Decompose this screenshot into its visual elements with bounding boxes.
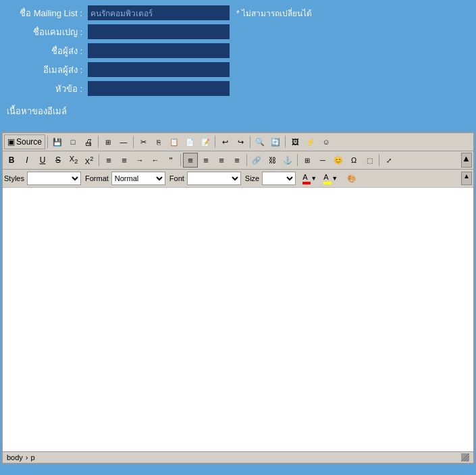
bold-button[interactable]: B <box>4 153 19 168</box>
underline-button[interactable]: U <box>35 153 50 168</box>
sender-label: ชื่อผู้ส่ง : <box>7 44 88 58</box>
source-label: Source <box>16 137 42 147</box>
styles-extra-button[interactable]: 🎨 <box>344 171 359 186</box>
mailing-list-row: ชื่อ Mailing List : * ไม่สามารถเปลี่ยนได… <box>7 5 469 20</box>
maximize-button[interactable]: ⤢ <box>381 153 396 168</box>
bg-color-button[interactable]: A ▼ <box>321 171 340 186</box>
align-center-button[interactable]: ≡ <box>199 153 213 168</box>
paste-text-button[interactable]: 📄 <box>182 134 197 149</box>
blockquote-icon: " <box>169 155 173 166</box>
font-color-button[interactable]: A ▼ <box>300 171 319 186</box>
font-select[interactable] <box>187 172 241 185</box>
sep-7 <box>99 154 99 166</box>
size-select[interactable] <box>262 172 296 185</box>
body-label-row: เนื้อหาของอีเมล์ <box>7 100 469 121</box>
sep-4 <box>215 136 215 148</box>
styles-select[interactable] <box>27 172 81 185</box>
replace-button[interactable]: 🔄 <box>268 134 283 149</box>
print-button[interactable]: 🖨 <box>81 134 96 149</box>
paste-word-button[interactable]: 📝 <box>198 134 213 149</box>
link-button[interactable]: 🔗 <box>249 153 264 168</box>
email-input[interactable] <box>88 62 230 77</box>
font-color-dropdown[interactable]: ▼ <box>311 175 317 182</box>
email-label: อีเมลผู้ส่ง : <box>7 63 88 77</box>
indent-icon: → <box>136 156 144 164</box>
sep-3 <box>133 136 134 148</box>
campaign-row: ชื่อแคมเปญ : <box>7 24 469 39</box>
strikethrough-button[interactable]: S <box>51 153 65 168</box>
redo-button[interactable]: ↪ <box>233 134 248 149</box>
smiley-icon: ☺ <box>322 138 329 146</box>
justify-button[interactable]: ≡ <box>230 153 244 168</box>
editor-container: ▣ Source 💾 □ 🖨 ⊞ — ✂ ⎘ <box>1 132 475 464</box>
redo-icon: ↪ <box>238 138 244 147</box>
unlink-button[interactable]: ⛓ <box>265 153 280 168</box>
hr-icon: — <box>120 138 128 146</box>
save-button[interactable]: 💾 <box>50 134 65 149</box>
paste-icon: 📋 <box>169 138 179 147</box>
subscript-button[interactable]: X2 <box>66 153 81 168</box>
unordered-list-button[interactable]: ≡ <box>117 153 132 168</box>
ul-icon: ≡ <box>122 155 127 166</box>
ordered-list-button[interactable]: ≡ <box>101 153 116 168</box>
undo-button[interactable]: ↩ <box>217 134 232 149</box>
unlink-icon: ⛓ <box>269 156 276 164</box>
hr-insert-icon: ─ <box>320 156 325 164</box>
smiley2-button[interactable]: 😊 <box>331 153 346 168</box>
copy-button[interactable]: ⎘ <box>151 134 166 149</box>
align-left-button[interactable]: ≡ <box>183 153 198 168</box>
bold-icon: B <box>9 155 15 165</box>
body-label: เนื้อหาของอีเมล์ <box>7 100 67 121</box>
justify-icon: ≡ <box>234 155 240 166</box>
cut-button[interactable]: ✂ <box>136 134 151 149</box>
toolbar-row-1: ▣ Source 💾 □ 🖨 ⊞ — ✂ ⎘ <box>3 133 473 151</box>
sep-5 <box>250 136 250 148</box>
iframe-button[interactable]: ⬚ <box>362 153 377 168</box>
format-label: Format <box>85 174 109 182</box>
save-icon: 💾 <box>53 138 62 147</box>
image-icon: 🖼 <box>292 138 299 146</box>
align-right-button[interactable]: ≡ <box>214 153 229 168</box>
insert-table-button[interactable]: ⊞ <box>101 134 115 149</box>
preview-button[interactable]: □ <box>65 134 80 149</box>
format-select[interactable]: Normal <box>111 172 165 185</box>
preview-icon: □ <box>71 138 76 146</box>
table-icon: ⊞ <box>105 139 111 146</box>
superscript-button[interactable]: X2 <box>82 153 97 168</box>
iframe-icon: ⬚ <box>367 157 373 164</box>
campaign-input[interactable] <box>88 24 230 39</box>
hr-insert-button[interactable]: ─ <box>315 153 330 168</box>
bg-color-dropdown[interactable]: ▼ <box>332 175 338 182</box>
toolbar-scroll[interactable]: ▲ <box>461 153 472 168</box>
editor-body[interactable] <box>3 188 473 451</box>
mailing-list-input[interactable] <box>88 5 230 20</box>
cut-icon: ✂ <box>140 138 147 147</box>
find-button[interactable]: 🔍 <box>253 134 267 149</box>
status-bar: body › p <box>3 451 473 463</box>
superscript-icon: X2 <box>85 155 93 166</box>
special-char-button[interactable]: Ω <box>346 153 361 168</box>
paste-button[interactable]: 📋 <box>167 134 182 149</box>
bg-color-icon: A <box>323 173 332 184</box>
anchor-button[interactable]: ⚓ <box>280 153 295 168</box>
outdent-button[interactable]: ← <box>148 153 163 168</box>
italic-button[interactable]: I <box>20 153 34 168</box>
indent-button[interactable]: → <box>132 153 147 168</box>
format-row: Styles Format Normal Font Size A ▼ A ▼ 🎨 <box>3 170 473 188</box>
insert-image-button[interactable]: 🖼 <box>288 134 302 149</box>
blockquote-button[interactable]: " <box>163 153 178 168</box>
subject-input[interactable] <box>88 81 230 96</box>
flash-button[interactable]: ⚡ <box>303 134 318 149</box>
table-insert-button[interactable]: ⊞ <box>300 153 315 168</box>
font-color-icon: A <box>302 173 311 184</box>
format-scroll[interactable]: ▲ <box>461 172 472 185</box>
smiley2-icon: 😊 <box>334 156 343 165</box>
font-label: Font <box>169 174 184 182</box>
insert-hr-button[interactable]: — <box>116 134 131 149</box>
sender-input[interactable] <box>88 43 230 58</box>
link-icon: 🔗 <box>252 156 261 165</box>
resize-handle[interactable] <box>461 453 469 461</box>
smiley-button[interactable]: ☺ <box>319 134 334 149</box>
subject-row: หัวข้อ : <box>7 81 469 96</box>
source-button[interactable]: ▣ Source <box>4 134 45 149</box>
